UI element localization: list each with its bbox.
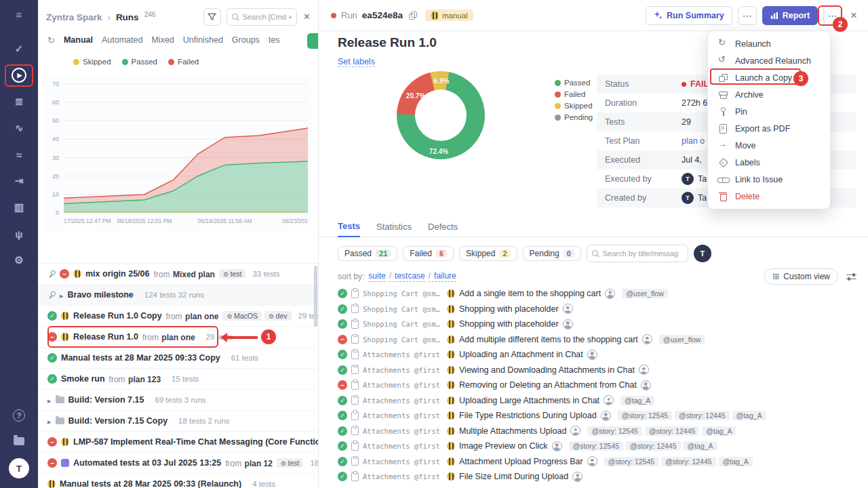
test-row[interactable]: Shopping Cart @sm… Shopping with placeho… bbox=[338, 317, 868, 332]
sidebar-item-defects[interactable]: ≣ bbox=[15, 94, 24, 109]
test-row[interactable]: Attachments @first Uploading an Attachme… bbox=[338, 347, 868, 363]
detail-label: Test Plan bbox=[605, 136, 639, 146]
left-panel-tab[interactable]: Groups bbox=[232, 35, 260, 45]
test-row[interactable]: Attachments @first Removing or Deleting … bbox=[338, 378, 868, 393]
sort-option[interactable]: failure bbox=[429, 271, 456, 282]
refresh-icon[interactable]: ↻ bbox=[47, 35, 55, 45]
main-tab[interactable]: Statistics bbox=[376, 222, 412, 237]
run-list-item[interactable]: Build: Version 7.15 Copy 18 tests 2 runs bbox=[38, 411, 318, 432]
menu-item-relaunch[interactable]: Relaunch bbox=[708, 35, 830, 52]
menu-item-advanced-relaunch[interactable]: Advanced Relaunch bbox=[708, 52, 830, 69]
left-panel-tab[interactable]: Mixed bbox=[151, 35, 174, 45]
assignee-filter-avatar[interactable]: T bbox=[694, 245, 711, 262]
set-labels-link[interactable]: Set labels bbox=[338, 57, 375, 67]
breadcrumb-app[interactable]: Zyntra Spark bbox=[46, 12, 102, 22]
run-summary-label: Run Summary bbox=[667, 11, 724, 20]
test-row[interactable]: Shopping Cart @sm… Shopping with placeho… bbox=[338, 302, 868, 317]
test-row[interactable]: Attachments @first Multiple Attachments … bbox=[338, 424, 868, 439]
menu-item-launch-a-copy[interactable]: Launch a Copy bbox=[708, 69, 830, 86]
test-row[interactable]: Attachments @first Attachment Upload Pro… bbox=[338, 454, 868, 470]
run-list-item[interactable]: Build: Version 7.15 69 tests 3 runs bbox=[38, 390, 318, 411]
sidebar-item-settings[interactable]: ⚙ bbox=[14, 253, 23, 268]
test-row[interactable]: Shopping Cart @sm… Add multiple differen… bbox=[338, 332, 868, 348]
run-list-item[interactable]: Bravo milestone 124 tests 32 runs bbox=[38, 285, 318, 306]
sidebar-item-inbox[interactable]: ⇥ bbox=[15, 174, 24, 188]
sidebar-item-help[interactable]: ? bbox=[13, 408, 25, 423]
menu-item-move[interactable]: Move bbox=[708, 137, 830, 154]
assignee-icon bbox=[572, 472, 583, 482]
partial-chip[interactable] bbox=[307, 33, 319, 49]
run-list-item[interactable]: Release Run 1.0 from plan one 29 tests bbox=[38, 327, 318, 348]
user-avatar[interactable]: T bbox=[9, 458, 29, 479]
copy-icon[interactable] bbox=[408, 10, 418, 20]
filter-chip-passed[interactable]: Passed 21 bbox=[338, 246, 397, 261]
sidebar-item-activity[interactable]: ≈ bbox=[16, 147, 22, 162]
report-button[interactable]: Report bbox=[762, 6, 818, 25]
chevron-right-icon[interactable] bbox=[47, 394, 52, 406]
menu-item-pin[interactable]: Pin bbox=[708, 103, 830, 120]
sidebar-item-menu[interactable]: ≡ bbox=[16, 7, 22, 22]
filter-chip-skipped[interactable]: Skipped 2 bbox=[459, 246, 517, 261]
detail-value-text: Jul 4, bbox=[682, 155, 702, 165]
test-row[interactable]: Attachments @first Viewing and Downloadi… bbox=[338, 363, 868, 378]
main-tab[interactable]: Defects bbox=[428, 222, 458, 237]
left-panel-tab[interactable]: Manual bbox=[64, 35, 93, 45]
custom-view-button[interactable]: ⊞ Custom view bbox=[764, 268, 838, 285]
run-list-item[interactable]: Automated tests at 03 Jul 2025 13:25 fro… bbox=[38, 453, 318, 474]
sort-option[interactable]: suite bbox=[368, 271, 385, 282]
test-row[interactable]: Attachments @first File Size Limit Durin… bbox=[338, 469, 868, 485]
scrollbar-thumb[interactable] bbox=[314, 266, 317, 327]
tests-search[interactable] bbox=[587, 245, 688, 262]
sidebar-item-integrations[interactable]: ψ bbox=[15, 226, 22, 241]
test-title: Shopping with placeholder bbox=[459, 304, 559, 314]
run-list-item[interactable]: Release Run 1.0 Copy from plan one MacOS… bbox=[38, 306, 318, 327]
menu-item-export-as-pdf[interactable]: Export as PDF bbox=[708, 120, 830, 137]
left-panel-tab[interactable]: Automated bbox=[102, 35, 142, 45]
sort-option[interactable]: testcase bbox=[389, 271, 425, 282]
close-icon[interactable]: × bbox=[850, 9, 857, 22]
filter-chip-pending[interactable]: Pending 0 bbox=[523, 246, 581, 261]
tests-search-input[interactable] bbox=[603, 249, 683, 258]
test-row[interactable]: Shopping Cart @sm… Add a single item to … bbox=[338, 286, 868, 302]
sidebar-item-projects[interactable] bbox=[14, 434, 24, 449]
sliders-icon[interactable] bbox=[846, 272, 857, 281]
detail-value-text: Ta bbox=[698, 174, 707, 184]
panel-close-button[interactable]: × bbox=[302, 11, 311, 23]
test-title: Removing or Deleting an Attachment from … bbox=[459, 380, 637, 390]
more-actions-button-1[interactable]: ⋯ bbox=[738, 6, 757, 25]
test-row[interactable]: Attachments @first Image Preview on Clic… bbox=[338, 439, 868, 454]
menu-item-link-to-issue[interactable]: Link to Issue bbox=[708, 171, 830, 188]
run-list-item[interactable]: LMP-587 Implement Real-Time Chat Messagi… bbox=[38, 432, 318, 453]
menu-item-labels[interactable]: Labels bbox=[708, 154, 830, 171]
sidebar-item-runs[interactable]: ▶ bbox=[12, 68, 26, 83]
run-list-item[interactable]: Manual tests at 28 Mar 2025 09:33 Copy 6… bbox=[38, 348, 318, 369]
left-panel-tab[interactable]: Unfinished bbox=[183, 35, 223, 45]
menu-item-delete[interactable]: Delete bbox=[708, 188, 830, 205]
left-panel-tab[interactable]: tes bbox=[269, 35, 280, 45]
legend-dot bbox=[555, 103, 561, 109]
test-row[interactable]: Attachments @first File Type Restriction… bbox=[338, 408, 868, 424]
filter-button[interactable] bbox=[203, 8, 221, 26]
menu-item-archive[interactable]: Archive bbox=[708, 86, 830, 103]
detail-value-text: Ta bbox=[698, 193, 707, 203]
chevron-right-icon[interactable] bbox=[47, 415, 52, 427]
sidebar-item-reports[interactable]: ▥ bbox=[14, 200, 24, 215]
runs-search-input[interactable] bbox=[243, 13, 292, 21]
filter-chip-failed[interactable]: Failed 6 bbox=[403, 246, 454, 261]
sidebar-item-milestones[interactable]: ∿ bbox=[15, 121, 24, 136]
run-list-item[interactable]: Smoke run from plan 123 15 tests bbox=[38, 369, 318, 390]
sidebar-glyph-icon: ✓ bbox=[15, 43, 24, 55]
run-list-item[interactable]: mix origin 25/06 from Mixed plan test 33… bbox=[38, 264, 318, 285]
folder-icon bbox=[56, 396, 64, 403]
chevron-right-icon[interactable] bbox=[60, 289, 64, 301]
test-row[interactable]: Attachments @first Uploading Large Attac… bbox=[338, 393, 868, 409]
legend-item: Skipped bbox=[73, 58, 111, 66]
run-list-item[interactable]: Manual tests at 28 Mar 2025 09:33 (Relau… bbox=[38, 474, 318, 488]
legend-label: Pending bbox=[564, 113, 593, 121]
main-tab[interactable]: Tests bbox=[338, 221, 360, 237]
sidebar-item-test-cases[interactable]: ✓ bbox=[15, 41, 24, 56]
svg-text:10: 10 bbox=[52, 191, 59, 198]
runs-search[interactable] bbox=[226, 8, 297, 26]
run-summary-button[interactable]: Run Summary bbox=[646, 6, 732, 25]
breadcrumb-section[interactable]: Runs bbox=[116, 12, 139, 22]
